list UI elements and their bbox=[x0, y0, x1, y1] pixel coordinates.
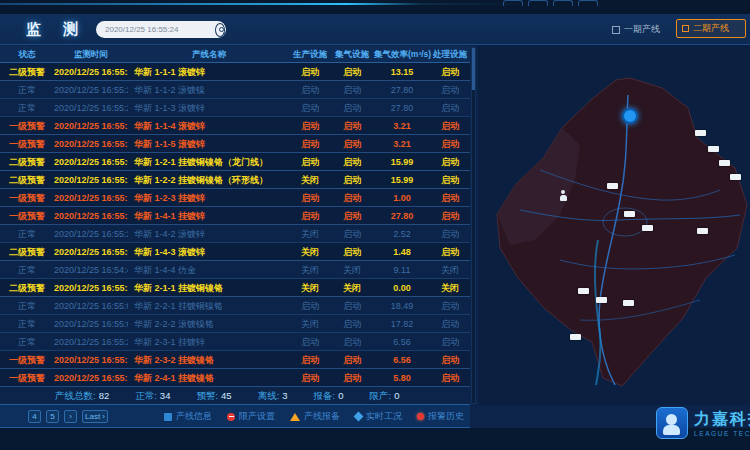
table-row[interactable]: 正常 2020/12/25 16:55:24 华新 1-1-3 滚镀锌 启动 启… bbox=[0, 99, 470, 117]
map-marker[interactable] bbox=[708, 146, 719, 152]
summary-item: 产线总数:82 bbox=[55, 388, 109, 404]
legend-item[interactable]: 限产设置 bbox=[227, 410, 275, 423]
summary-item: 限产:0 bbox=[370, 388, 400, 404]
summary-value: 34 bbox=[160, 390, 171, 401]
person-marker-icon[interactable] bbox=[559, 190, 567, 201]
table-row[interactable]: 一级预警 2020/12/25 16:55:24 华新 1-1-5 滚镀锌 启动… bbox=[0, 135, 470, 153]
phase1-line-toggle[interactable]: 一期产线 bbox=[612, 23, 660, 36]
gas-facility-cell: 启动 bbox=[330, 99, 374, 116]
table-row[interactable]: 一级预警 2020/12/25 16:55:24 华新 2-4-1 挂镀镍铬 启… bbox=[0, 369, 470, 387]
checkbox-icon bbox=[682, 25, 689, 32]
table-row[interactable]: 正常 2020/12/25 16:55:24 华新 2-3-1 挂镀锌 启动 启… bbox=[0, 333, 470, 351]
table-row[interactable]: 正常 2020/12/25 16:55:24 华新 1-4-2 滚镀锌 关闭 启… bbox=[0, 225, 470, 243]
gas-efficiency-cell: 1.00 bbox=[374, 189, 430, 206]
status-cell: 正常 bbox=[0, 99, 54, 116]
legend-item[interactable]: 报警历史 bbox=[417, 410, 464, 423]
page-button[interactable]: › bbox=[64, 410, 77, 423]
map-marker[interactable] bbox=[596, 297, 607, 303]
map-marker[interactable] bbox=[719, 160, 730, 166]
search-input[interactable] bbox=[96, 22, 215, 37]
scrollbar-thumb[interactable] bbox=[472, 48, 475, 90]
summary-item: 离线:3 bbox=[258, 388, 288, 404]
page-button[interactable]: Last › bbox=[82, 410, 108, 423]
table-row[interactable]: 一级预警 2020/12/25 16:55:24 华新 1-2-3 挂镀锌 启动… bbox=[0, 189, 470, 207]
summary-value: 3 bbox=[282, 390, 287, 401]
limit-setting-icon bbox=[227, 413, 235, 421]
time-cell: 2020/12/25 16:55:24 bbox=[54, 135, 128, 152]
legend-item[interactable]: 产线报备 bbox=[290, 410, 340, 423]
map-marker[interactable] bbox=[642, 225, 653, 231]
table-row[interactable]: 正常 2020/12/25 16:55:04 华新 2-2-2 滚镀镍铬 关闭 … bbox=[0, 315, 470, 333]
map-marker[interactable] bbox=[695, 130, 706, 136]
line-name-cell: 华新 1-4-3 滚镀锌 bbox=[128, 243, 290, 260]
gas-facility-cell: 启动 bbox=[330, 63, 374, 80]
search-button[interactable] bbox=[215, 23, 225, 37]
legend-label: 实时工况 bbox=[366, 410, 402, 423]
table-row[interactable]: 二级预警 2020/12/25 16:55:24 华新 2-1-1 挂镀铜镍铬 … bbox=[0, 279, 470, 297]
page-button[interactable]: 4 bbox=[28, 410, 41, 423]
summary-value: 82 bbox=[99, 390, 110, 401]
map-bubble-marker[interactable] bbox=[622, 108, 638, 124]
proc-facility-cell: 启动 bbox=[430, 243, 470, 260]
gas-efficiency-cell: 0.00 bbox=[374, 279, 430, 296]
map-marker[interactable] bbox=[624, 211, 635, 217]
gas-efficiency-cell: 15.99 bbox=[374, 153, 430, 170]
phase2-line-button[interactable]: 二期产线 bbox=[676, 19, 746, 38]
topbar-tab-decor bbox=[578, 0, 598, 6]
topbar-tab-decor bbox=[528, 0, 548, 6]
table-row[interactable]: 二级预警 2020/12/25 16:55:24 华新 1-2-2 挂镀铜镍铬（… bbox=[0, 171, 470, 189]
table-row[interactable]: 一级预警 2020/12/25 16:55:24 华新 2-3-2 挂镀镍铬 启… bbox=[0, 351, 470, 369]
table-scrollbar[interactable] bbox=[471, 47, 476, 404]
status-cell: 正常 bbox=[0, 315, 54, 332]
map-marker[interactable] bbox=[570, 334, 581, 340]
table-row[interactable]: 二级预警 2020/12/25 16:55:04 华新 1-4-3 滚镀锌 关闭… bbox=[0, 243, 470, 261]
legend-label: 产线报备 bbox=[304, 410, 340, 423]
footer-strip bbox=[0, 428, 750, 450]
status-cell: 一级预警 bbox=[0, 117, 54, 134]
gas-facility-cell: 启动 bbox=[330, 189, 374, 206]
map-marker[interactable] bbox=[607, 183, 618, 189]
time-cell: 2020/12/25 16:54:44 bbox=[54, 261, 128, 278]
topbar-accent-line bbox=[0, 3, 560, 5]
line-name-cell: 华新 1-1-5 滚镀锌 bbox=[128, 135, 290, 152]
phase1-label: 一期产线 bbox=[624, 23, 660, 36]
summary-label: 正常: bbox=[135, 390, 157, 401]
prod-facility-cell: 关闭 bbox=[290, 279, 330, 296]
table-row[interactable]: 二级预警 2020/12/25 16:55:24 华新 1-1-1 滚镀锌 启动… bbox=[0, 63, 470, 81]
line-name-cell: 华新 2-4-1 挂镀镍铬 bbox=[128, 369, 290, 386]
table-row[interactable]: 一级预警 2020/12/25 16:55:24 华新 1-4-1 挂镀锌 启动… bbox=[0, 207, 470, 225]
legend-item[interactable]: 产线信息 bbox=[164, 410, 212, 423]
topbar-tab-decor bbox=[503, 0, 523, 6]
status-cell: 一级预警 bbox=[0, 207, 54, 224]
page-button[interactable]: 5 bbox=[46, 410, 59, 423]
summary-item: 预警:45 bbox=[196, 388, 231, 404]
prod-facility-cell: 启动 bbox=[290, 63, 330, 80]
map-marker[interactable] bbox=[623, 300, 634, 306]
gas-efficiency-cell: 9.11 bbox=[374, 261, 430, 278]
table-row[interactable]: 二级预警 2020/12/25 16:55:04 华新 1-2-1 挂镀铜镍铬（… bbox=[0, 153, 470, 171]
summary-value: 0 bbox=[338, 390, 343, 401]
proc-facility-cell: 关闭 bbox=[430, 279, 470, 296]
legend: 产线信息 限产设置 产线报备 实时工况 报警历史 bbox=[164, 410, 464, 423]
proc-facility-cell: 启动 bbox=[430, 207, 470, 224]
status-cell: 二级预警 bbox=[0, 279, 54, 296]
table-body: 二级预警 2020/12/25 16:55:24 华新 1-1-1 滚镀锌 启动… bbox=[0, 63, 470, 387]
legend-item[interactable]: 实时工况 bbox=[355, 410, 402, 423]
prod-facility-cell: 关闭 bbox=[290, 261, 330, 278]
line-name-cell: 华新 1-1-1 滚镀锌 bbox=[128, 63, 290, 80]
line-name-cell: 华新 2-2-2 滚镀镍铬 bbox=[128, 315, 290, 332]
map-marker[interactable] bbox=[578, 288, 589, 294]
proc-facility-cell: 关闭 bbox=[430, 261, 470, 278]
district-map[interactable] bbox=[480, 50, 750, 395]
table-row[interactable]: 正常 2020/12/25 16:54:44 华新 1-4-4 仿金 关闭 关闭… bbox=[0, 261, 470, 279]
table-row[interactable]: 正常 2020/12/25 16:55:24 华新 1-1-2 滚镀镍 启动 启… bbox=[0, 81, 470, 99]
map-marker[interactable] bbox=[697, 228, 708, 234]
map-marker[interactable] bbox=[730, 174, 741, 180]
search-box[interactable] bbox=[96, 21, 226, 38]
gas-efficiency-cell: 6.56 bbox=[374, 333, 430, 350]
page-title: 监 测 bbox=[26, 20, 87, 39]
proc-facility-cell: 启动 bbox=[430, 315, 470, 332]
gas-efficiency-cell: 15.99 bbox=[374, 171, 430, 188]
table-row[interactable]: 正常 2020/12/25 16:55:04 华新 2-2-1 挂镀铜镍铬 启动… bbox=[0, 297, 470, 315]
table-row[interactable]: 一级预警 2020/12/25 16:55:24 华新 1-1-4 滚镀锌 启动… bbox=[0, 117, 470, 135]
